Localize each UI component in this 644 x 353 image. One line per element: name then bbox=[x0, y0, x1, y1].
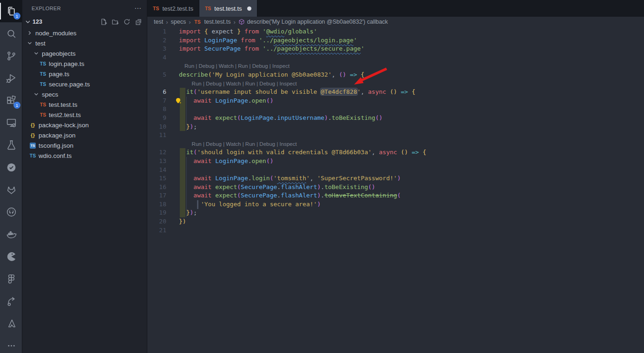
code-token bbox=[179, 114, 193, 121]
code-token: pageobjects/login.page bbox=[274, 37, 354, 44]
file-label: test.test.ts bbox=[49, 101, 78, 108]
code-token: open bbox=[252, 97, 266, 104]
editor-pane: TStest2.test.tsTStest.test.ts test›specs… bbox=[147, 0, 644, 353]
line-number[interactable]: 6 bbox=[147, 88, 166, 97]
sidebar-item-wdio-conf-ts[interactable]: TSwdio.conf.ts bbox=[22, 150, 147, 161]
activity-item-github[interactable] bbox=[0, 201, 22, 223]
line-number[interactable]: 14 bbox=[147, 166, 166, 175]
sidebar-item-test-test-ts[interactable]: TStest.test.ts bbox=[22, 99, 147, 110]
code-token: tomsmith bbox=[277, 175, 306, 182]
line-number[interactable]: 3 bbox=[147, 45, 166, 53]
breadcrumb-item-specs[interactable]: specs bbox=[171, 19, 186, 25]
code-token: expect bbox=[215, 183, 237, 190]
quick-fix-lightbulb-icon[interactable] bbox=[175, 97, 183, 105]
code-line-12: 12 it('should login with valid credentia… bbox=[147, 148, 644, 157]
sidebar-item-secure-page-ts[interactable]: TSsecure.page.ts bbox=[22, 79, 147, 89]
code-token: LoginPage bbox=[241, 114, 273, 121]
sidebar-item-pageobjects[interactable]: pageobjects bbox=[22, 48, 147, 59]
json-file-icon: {} bbox=[29, 132, 37, 138]
sidebar-item-page-ts[interactable]: TSpage.ts bbox=[22, 69, 147, 79]
code-token: await bbox=[193, 114, 211, 121]
modified-dot-icon[interactable] bbox=[247, 7, 251, 11]
line-number[interactable]: 20 bbox=[147, 217, 166, 226]
ts-blue-file-icon: TS bbox=[29, 153, 37, 158]
line-number[interactable]: 16 bbox=[147, 183, 166, 192]
breadcrumb-separator-icon: › bbox=[166, 19, 168, 26]
activity-item-live-share[interactable] bbox=[0, 290, 22, 312]
activity-item-overflow[interactable] bbox=[0, 334, 22, 353]
line-number[interactable]: 7 bbox=[147, 97, 166, 105]
code-token: await bbox=[193, 97, 211, 104]
code-token: expect bbox=[208, 28, 237, 35]
line-number[interactable]: 8 bbox=[147, 105, 166, 114]
sidebar-item-login-page-ts[interactable]: TSlogin.page.ts bbox=[22, 59, 147, 69]
code-token: ) bbox=[397, 175, 401, 182]
activity-item-extensions[interactable]: 1 bbox=[0, 89, 22, 111]
line-number[interactable]: 19 bbox=[147, 209, 166, 217]
code-token: /globals' bbox=[284, 28, 317, 35]
code-token bbox=[241, 28, 244, 35]
activity-item-testing[interactable] bbox=[0, 134, 22, 156]
activity-item-check-circle[interactable] bbox=[0, 156, 22, 178]
sidebar-more-icon[interactable]: ⋯ bbox=[134, 4, 141, 13]
workspace-section-header[interactable]: 123 bbox=[22, 17, 147, 27]
activity-item-gitlab[interactable] bbox=[0, 178, 22, 201]
line-number[interactable]: 5 bbox=[147, 71, 166, 79]
sidebar-item-node-modules[interactable]: node_modules bbox=[22, 28, 147, 38]
sidebar-item-test2-test-ts[interactable]: TStest2.test.ts bbox=[22, 110, 147, 120]
sidebar-item-test[interactable]: test bbox=[22, 38, 147, 48]
code-text: it('username input should be visible @Te… bbox=[166, 88, 415, 97]
sidebar-item-package-json[interactable]: {}package.json bbox=[22, 130, 147, 140]
code-token: . bbox=[248, 157, 252, 164]
breadcrumb-symbol[interactable]: describe('My Login application @Sb0ae083… bbox=[238, 19, 388, 25]
activity-item-source-control[interactable] bbox=[0, 45, 22, 67]
line-number[interactable]: 12 bbox=[147, 148, 166, 157]
breadcrumb-file[interactable]: test.test.ts bbox=[204, 19, 231, 25]
activity-item-pacman[interactable] bbox=[0, 245, 22, 268]
line-number[interactable]: 4 bbox=[147, 53, 166, 62]
line-number[interactable]: 2 bbox=[147, 36, 166, 45]
tab-test-test-ts[interactable]: TStest.test.ts bbox=[199, 0, 257, 17]
code-editor[interactable]: 1import { expect } from '@wdio/globals'2… bbox=[147, 27, 644, 353]
code-line-11: 11 bbox=[147, 131, 644, 140]
code-token: SecurePage bbox=[204, 45, 241, 52]
new-file-icon[interactable] bbox=[100, 18, 107, 26]
line-number[interactable]: 21 bbox=[147, 226, 166, 235]
line-number[interactable]: 10 bbox=[147, 123, 166, 131]
line-number[interactable]: 18 bbox=[147, 200, 166, 209]
activity-item-run-and-debug[interactable] bbox=[0, 67, 22, 89]
tab-test2-test-ts[interactable]: TStest2.test.ts bbox=[147, 0, 199, 17]
sidebar-item-specs[interactable]: specs bbox=[22, 89, 147, 99]
breadcrumb-item-test[interactable]: test bbox=[154, 19, 163, 25]
activity-item-figma[interactable] bbox=[0, 268, 22, 290]
refresh-icon[interactable] bbox=[123, 18, 131, 26]
codelens-actions[interactable]: Run | Debug | Watch | Run | Debug | Insp… bbox=[147, 79, 644, 88]
collapse-all-icon[interactable] bbox=[135, 18, 142, 26]
search-icon bbox=[6, 28, 17, 39]
sidebar-item-package-lock-json[interactable]: {}package-lock.json bbox=[22, 120, 147, 130]
activity-item-search[interactable] bbox=[0, 22, 22, 45]
line-number[interactable]: 17 bbox=[147, 191, 166, 200]
code-token bbox=[386, 88, 390, 95]
line-number[interactable]: 13 bbox=[147, 157, 166, 166]
file-label: secure.page.ts bbox=[49, 81, 90, 88]
code-text: }); bbox=[166, 123, 197, 131]
sidebar-item-tsconfig-json[interactable]: TStsconfig.json bbox=[22, 140, 147, 150]
activity-item-azure[interactable] bbox=[0, 312, 22, 334]
activity-item-explorer[interactable]: 1 bbox=[0, 0, 22, 22]
code-token bbox=[201, 45, 204, 52]
new-folder-icon[interactable] bbox=[112, 18, 119, 26]
line-number[interactable]: 15 bbox=[147, 174, 166, 183]
activity-item-remote-explorer[interactable] bbox=[0, 111, 22, 134]
codelens-actions[interactable]: Run | Debug | Watch | Run | Debug | Insp… bbox=[147, 62, 644, 71]
activity-item-docker[interactable] bbox=[0, 223, 22, 245]
line-number[interactable]: 9 bbox=[147, 114, 166, 123]
line-number[interactable]: 1 bbox=[147, 27, 166, 36]
code-text bbox=[166, 166, 179, 175]
code-token: await bbox=[193, 157, 211, 164]
code-token bbox=[237, 37, 241, 44]
codelens-actions[interactable]: Run | Debug | Watch | Run | Debug | Insp… bbox=[147, 140, 644, 149]
code-line-5: 5describe('My Login application @Sb0ae08… bbox=[147, 71, 644, 79]
line-number[interactable]: 11 bbox=[147, 131, 166, 140]
code-token: () bbox=[390, 88, 397, 95]
